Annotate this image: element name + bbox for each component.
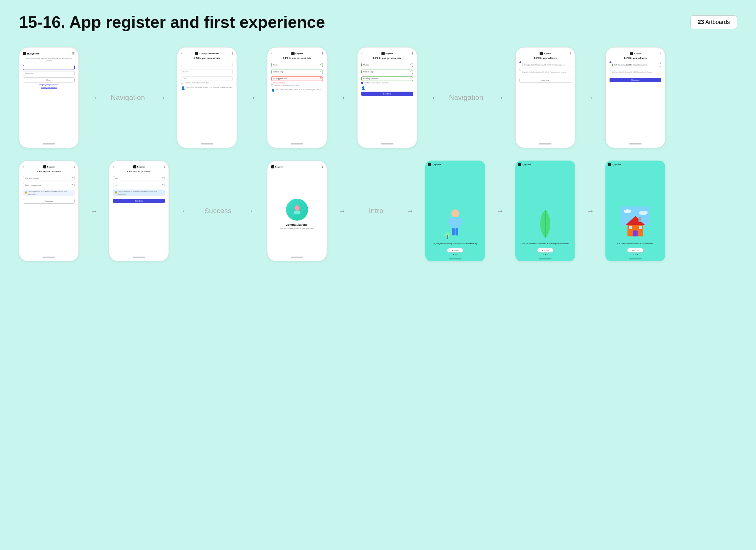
row-1: B_system ☰ Hello, enter your username an…: [19, 47, 737, 148]
svg-rect-3: [451, 217, 460, 229]
home-indicator-8: [133, 257, 145, 258]
radio-filled-2[interactable]: [610, 69, 611, 71]
arrow-8: →: [84, 207, 103, 215]
arrow-12: →: [401, 207, 420, 215]
intro-person-svg: [443, 207, 468, 241]
skip-btn-1[interactable]: Skip intro: [447, 248, 464, 253]
svg-rect-6: [452, 228, 455, 236]
logo-icon-2: [195, 52, 198, 55]
address-input-1[interactable]: [522, 63, 571, 67]
auth-checkbox-2[interactable]: [271, 84, 273, 86]
password-input[interactable]: [23, 71, 75, 76]
radio-1[interactable]: [519, 61, 521, 63]
pass-filled-header: ‹ B_system ℹ: [113, 165, 165, 169]
pass-input-row-2: 👁: [23, 181, 75, 187]
radio-filled-row-2: Example: Calle Río Jarama, 10, 28860 Par…: [610, 68, 661, 74]
username-input[interactable]: [23, 65, 75, 70]
arrow-4: →: [333, 93, 352, 102]
check-icon-addr: ✓: [659, 62, 661, 65]
home-indicator-4: [381, 143, 393, 145]
pass-input-1[interactable]: [23, 176, 75, 181]
x-icon-email: ✕: [320, 77, 322, 79]
form-error-header: ‹ B_system ℹ: [271, 52, 323, 55]
surname-s-input[interactable]: [361, 70, 413, 74]
svg-rect-17: [629, 226, 632, 229]
name-s-input[interactable]: [361, 63, 413, 67]
intro-1-header: B_system: [425, 161, 485, 168]
logo-icon: [23, 52, 26, 55]
intro-3-content: Get useful information and make decision…: [615, 168, 656, 256]
dot-2-1: [543, 254, 544, 255]
password-filled-screen: ‹ B_system ℹ 3. Fill in your password 👁 …: [109, 161, 169, 261]
email-error-input[interactable]: [271, 77, 323, 81]
logo-icon-7: [43, 165, 46, 169]
address-filled-input-1[interactable]: [612, 63, 661, 67]
privacy-text: Your data is safe with B System. In no c…: [186, 86, 233, 89]
intro-screen-1: B_system Pay for your day-to-day purchas…: [425, 161, 485, 261]
addr-filled-logo: B_system: [630, 52, 641, 55]
continue-pass-filled-btn[interactable]: Continue: [113, 199, 165, 203]
person-icon: 👤: [181, 86, 185, 90]
forgot-link[interactable]: Forgot your password?: [23, 84, 75, 86]
name-s-row: ✓: [361, 61, 413, 67]
login-screen: B_system ☰ Hello, enter your username an…: [19, 47, 79, 148]
info-icon-5: ℹ: [660, 52, 661, 55]
home-indicator-11: [539, 258, 552, 260]
address-filled-footer: [610, 143, 661, 145]
intro-2-content: Track your financial health and automate…: [518, 168, 572, 256]
pass-input-2[interactable]: [23, 183, 75, 187]
logo-icon-6: [630, 52, 633, 55]
intro-1-text: Pay for your day-to-day purchases with t…: [430, 241, 480, 246]
address-empty-content: 2. Fill in your address Example: Calle R…: [519, 57, 571, 141]
menu-icon: ☰: [72, 52, 75, 55]
auth-checkbox-3[interactable]: [361, 82, 363, 84]
form-logo: 1. Fill in your personal data: [195, 52, 219, 55]
auth-label-3: I authorize the treatment of my data.: [364, 82, 389, 84]
pass-filled-input-1[interactable]: [113, 176, 165, 181]
radio-2[interactable]: [519, 69, 521, 71]
auth-checkbox[interactable]: [181, 82, 183, 84]
address-title: 2. Fill in your address: [519, 57, 571, 59]
check-icon-name: ✓: [320, 63, 322, 66]
intro-logo-2: B_system: [518, 163, 531, 166]
enter-button[interactable]: Enter: [23, 77, 75, 83]
svg-rect-16: [633, 231, 638, 237]
pass-section-title: 3. Fill in your password: [23, 170, 75, 173]
form-success-screen: ‹ B_system ℹ 1. Fill in your personal da…: [357, 47, 417, 148]
pass-filled-input-2[interactable]: [113, 183, 165, 187]
name-filled-input[interactable]: [271, 63, 323, 67]
email-input[interactable]: [181, 77, 233, 81]
success-svg: [291, 204, 303, 216]
continue-btn-addr-filled[interactable]: Continue: [610, 78, 661, 82]
artboards-count: 23: [698, 19, 704, 25]
radio-filled-row-1: ✓: [610, 61, 661, 67]
intro-house-svg: [621, 207, 650, 241]
arrow-2: →: [152, 93, 171, 102]
radio-filled-1[interactable]: [610, 61, 611, 63]
skip-btn-2[interactable]: Skip intro: [537, 248, 554, 253]
warning-box-2: 🔒 You must include at least one letter a…: [113, 190, 165, 196]
form-error-logo: B_system: [291, 52, 303, 55]
surname-filled-input[interactable]: [271, 70, 323, 74]
continue-btn-1[interactable]: Continue: [361, 92, 413, 96]
check-icon-surname-s: ✓: [410, 70, 412, 72]
eye-icon-1: 👁: [72, 176, 74, 179]
surname-s-row: ✓: [361, 68, 413, 74]
arrow-1: →: [84, 93, 103, 102]
intro-1-content: Pay for your day-to-day purchases with t…: [430, 168, 480, 256]
register-link[interactable]: Not registered yet?: [23, 87, 75, 89]
home-indicator-2: [201, 143, 213, 145]
continue-btn-addr[interactable]: Continue: [519, 78, 571, 83]
artboards-label: Artboards: [705, 19, 730, 25]
name-input[interactable]: [181, 63, 233, 67]
continue-pass-btn[interactable]: Continue: [23, 199, 75, 204]
skip-btn-3[interactable]: Skip intro: [627, 248, 644, 253]
check-icon-email-s: ✓: [410, 77, 412, 79]
svg-point-2: [451, 209, 459, 218]
surname-input[interactable]: [181, 70, 233, 74]
pass-empty-content: 3. Fill in your password 👁 👁 🔒 You must …: [23, 170, 75, 255]
form-success-logo: B_system: [381, 52, 393, 55]
auth-row-3: I authorize the treatment of my data.: [361, 82, 413, 84]
email-s-input[interactable]: [361, 77, 413, 81]
check-icon-surname: ✓: [320, 70, 322, 72]
